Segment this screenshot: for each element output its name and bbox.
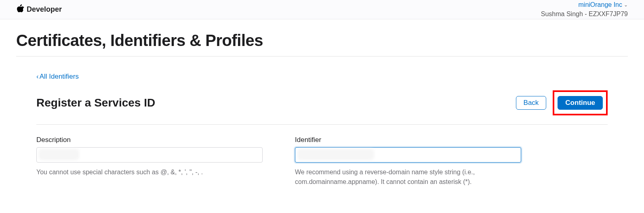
description-label: Description bbox=[36, 136, 263, 144]
back-link-text: All Identifiers bbox=[40, 73, 79, 81]
button-row: Back Continue bbox=[516, 90, 608, 115]
account-info: miniOrange Inc ⌄ Sushma Singh - EZXXF7JP… bbox=[541, 0, 628, 19]
identifier-column: Identifier We recommend using a reverse-… bbox=[295, 136, 521, 187]
top-bar: Developer miniOrange Inc ⌄ Sushma Singh … bbox=[0, 0, 644, 19]
chevron-left-icon: ‹ bbox=[36, 73, 39, 81]
sub-title: Register a Services ID bbox=[36, 96, 155, 109]
description-column: Description You cannot use special chara… bbox=[36, 136, 263, 187]
page-title: Certificates, Identifiers & Profiles bbox=[16, 31, 628, 56]
brand[interactable]: Developer bbox=[16, 4, 62, 15]
redaction-mask bbox=[297, 149, 374, 160]
redaction-mask bbox=[39, 149, 79, 160]
continue-button[interactable]: Continue bbox=[558, 96, 603, 110]
back-button[interactable]: Back bbox=[516, 96, 547, 110]
brand-text: Developer bbox=[27, 5, 62, 14]
org-selector[interactable]: miniOrange Inc ⌄ bbox=[541, 0, 628, 9]
page-content: Certificates, Identifiers & Profiles ‹ A… bbox=[0, 31, 644, 187]
identifier-helper: We recommend using a reverse-domain name… bbox=[295, 167, 521, 187]
account-user: Sushma Singh - EZXXF7JP79 bbox=[541, 10, 628, 19]
org-name: miniOrange Inc bbox=[579, 0, 623, 9]
identifier-label: Identifier bbox=[295, 136, 521, 144]
description-helper: You cannot use special characters such a… bbox=[36, 167, 263, 177]
chevron-down-icon: ⌄ bbox=[624, 2, 628, 8]
all-identifiers-link[interactable]: ‹ All Identifiers bbox=[36, 73, 79, 81]
continue-highlight: Continue bbox=[553, 90, 608, 115]
apple-logo-icon bbox=[16, 4, 24, 15]
inner-content: ‹ All Identifiers Register a Services ID… bbox=[16, 56, 628, 187]
form-row: Description You cannot use special chara… bbox=[36, 136, 608, 187]
sub-header: Register a Services ID Back Continue bbox=[36, 90, 608, 125]
